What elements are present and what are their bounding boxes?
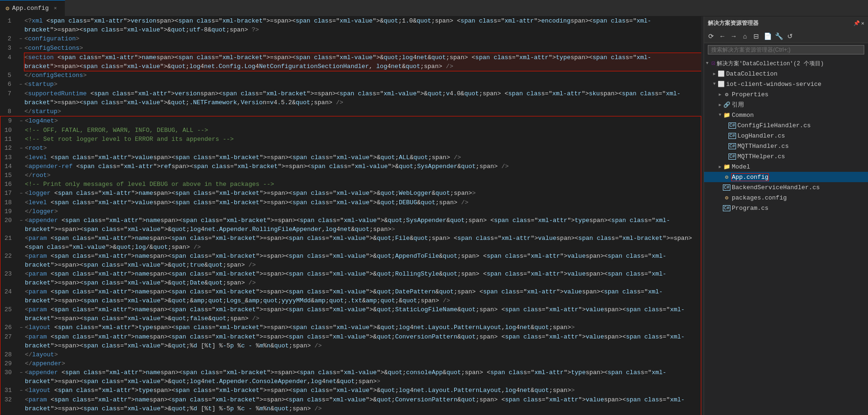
line-number-28: 28	[0, 350, 17, 359]
fold-icon-6[interactable]: −	[17, 80, 24, 89]
code-line-26: 26− <layout <span class="xml-attr">types…	[0, 323, 701, 332]
code-line-23: 23 <param <span class="xml-attr">namespa…	[0, 269, 701, 287]
toolbar-show-all-button[interactable]: 📄	[762, 31, 773, 41]
code-content-20: <appender <span class="xml-attr">namespa…	[25, 216, 701, 234]
code-content-17: <logger <span class="xml-attr">namespan>…	[25, 189, 701, 198]
line-number-21: 21	[0, 234, 17, 243]
code-line-8: 8 </startup>	[0, 107, 701, 116]
code-content-5: </configSections>	[24, 71, 701, 80]
code-line-7: 7 <supportedRuntime <span class="xml-att…	[0, 89, 701, 107]
code-container[interactable]: 1<?xml <span class="xml-attr">versionspa…	[0, 16, 701, 415]
line-number-25: 25	[0, 305, 17, 314]
toolbar-collapse-button[interactable]: ⊟	[751, 31, 761, 41]
tab-icon: ⚙	[6, 5, 9, 12]
code-line-27: 27 <param <span class="xml-attr">namespa…	[0, 332, 701, 350]
fold-icon-12[interactable]: −	[17, 144, 25, 153]
toolbar-back-button[interactable]: ←	[717, 31, 728, 41]
solution-explorer-header: 解决方案资源管理器 📌 ✕	[704, 16, 868, 30]
line-number-11: 11	[0, 135, 17, 144]
line-number-16: 16	[0, 180, 17, 189]
line-number-13: 13	[0, 153, 17, 162]
fold-icon-3[interactable]: −	[17, 44, 24, 53]
tree-item-model[interactable]: ▶ 📁 Model	[704, 161, 868, 172]
code-content-2: <configuration>	[24, 34, 701, 43]
code-line-29: 29 </appender>	[0, 359, 701, 368]
line-number-6: 6	[0, 80, 17, 89]
tree-label-iot-client-windows-service: iot-client-windows-service	[726, 81, 822, 88]
code-line-10: 10 <!-- OFF, FATAL, ERROR, WARN, INFO, D…	[0, 126, 701, 135]
tree-arrow-iot-client-windows-service: ▼	[712, 82, 717, 86]
code-content-31: <layout <span class="xml-attr">typespan>…	[25, 386, 701, 395]
code-content-33: </layout>	[25, 413, 701, 415]
code-line-19: 19 </logger>	[0, 207, 701, 216]
tab-close-button[interactable]: ×	[52, 5, 59, 12]
code-line-5: 5 </configSections>	[0, 71, 701, 80]
tree-item-appconfig[interactable]: ⚙ App.config	[704, 172, 868, 182]
tree-label-mqtthelper: MQTTHelper.cs	[737, 153, 785, 160]
code-content-8: </startup>	[24, 107, 701, 116]
tree-icon-mqtthelper: C#	[728, 153, 736, 160]
tree-label-model: Model	[732, 163, 750, 170]
tree-item-mqtthandler[interactable]: C# MQTTHandler.cs	[704, 141, 868, 151]
tree-item-loghandler[interactable]: C# LogHandler.cs	[704, 131, 868, 141]
tree-item-ref[interactable]: ▶ 🔗 引用	[704, 100, 868, 110]
tree-item-packagesconfig[interactable]: ⚙ packages.config	[704, 192, 868, 203]
line-number-3: 3	[0, 44, 17, 53]
line-number-29: 29	[0, 359, 17, 368]
pin-icon[interactable]: 📌	[853, 20, 860, 26]
tree-item-backendservicehandler[interactable]: C# BackendServiceHandler.cs	[704, 182, 868, 192]
fold-icon-2[interactable]: −	[17, 34, 24, 44]
tree-label-packagesconfig: packages.config	[732, 194, 787, 201]
tree-icon-programcs: C#	[723, 205, 730, 211]
tree-item-configfilehandler[interactable]: C# ConfigFileHandler.cs	[704, 120, 868, 131]
fold-icon-9[interactable]: −	[17, 116, 25, 126]
tree-arrow-datacollection: ▶	[712, 71, 717, 77]
fold-icon-31[interactable]: −	[17, 386, 25, 395]
code-content-16: <!-- Print only messages of level DEBUG …	[25, 180, 701, 189]
tree-arrow-model: ▶	[717, 164, 723, 169]
tree-item-datacollection[interactable]: ▶ ⬜ DataCollection	[704, 69, 868, 79]
tree-arrow-ref: ▶	[717, 102, 723, 108]
active-tab[interactable]: ⚙ App.config ×	[0, 0, 65, 16]
tree-label-backendservicehandler: BackendServiceHandler.cs	[732, 184, 820, 191]
fold-icon-26[interactable]: −	[17, 323, 25, 332]
tree-arrow-common: ▼	[717, 113, 723, 117]
toolbar-forward-button[interactable]: →	[728, 31, 739, 41]
code-line-2: 2−<configuration>	[0, 34, 701, 44]
solution-root-item[interactable]: ▼ ⊡ 解决方案'DataCollection'(2 个项目)	[704, 58, 868, 69]
code-content-25: <param <span class="xml-attr">namespan><…	[25, 305, 701, 323]
tree-arrow-properties: ▶	[717, 92, 723, 97]
code-content-21: <param <span class="xml-attr">namespan><…	[25, 234, 701, 252]
tree-icon-loghandler: C#	[728, 132, 736, 139]
toolbar-home-button[interactable]: ⌂	[740, 31, 750, 41]
line-number-23: 23	[0, 269, 17, 278]
line-number-33: 33	[0, 413, 17, 415]
tree-item-mqtthelper[interactable]: C# MQTTHelper.cs	[704, 151, 868, 161]
tree-item-iot-client-windows-service[interactable]: ▼ ⬜ iot-client-windows-service	[704, 79, 868, 89]
code-content-24: <param <span class="xml-attr">namespan><…	[25, 287, 701, 305]
tree-item-programcs[interactable]: C# Program.cs	[704, 203, 868, 213]
code-line-21: 21 <param <span class="xml-attr">namespa…	[0, 234, 701, 252]
tree-label-properties: Properties	[732, 91, 768, 98]
toolbar-refresh-button[interactable]: ↺	[785, 31, 795, 41]
fold-icon-17[interactable]: −	[17, 189, 25, 198]
tree-icon-appconfig: ⚙	[723, 174, 730, 181]
tree-item-properties[interactable]: ▶ ⚙ Properties	[704, 89, 868, 100]
toolbar-sync-button[interactable]: ⟳	[706, 31, 716, 41]
code-line-9: 9− <log4net>	[0, 116, 701, 126]
tree-item-common[interactable]: ▼ 📁 Common	[704, 110, 868, 120]
code-line-13: 13 <level <span class="xml-attr">valuesp…	[0, 153, 701, 162]
line-number-2: 2	[0, 34, 17, 43]
tab-bar: ⚙ App.config ×	[0, 0, 868, 16]
fold-icon-30[interactable]: −	[17, 368, 25, 377]
fold-icon-20[interactable]: −	[17, 216, 25, 225]
line-number-15: 15	[0, 171, 17, 180]
search-input[interactable]	[708, 45, 864, 54]
close-panel-icon[interactable]: ✕	[861, 20, 864, 26]
toolbar-properties-button[interactable]: 🔧	[774, 31, 784, 41]
line-number-24: 24	[0, 287, 17, 296]
tree-icon-backendservicehandler: C#	[723, 184, 730, 191]
tree-icon-iot-client-windows-service: ⬜	[717, 81, 725, 88]
tree-label-ref: 引用	[732, 100, 744, 109]
code-content-1: <?xml <span class="xml-attr">versionspan…	[24, 16, 701, 34]
